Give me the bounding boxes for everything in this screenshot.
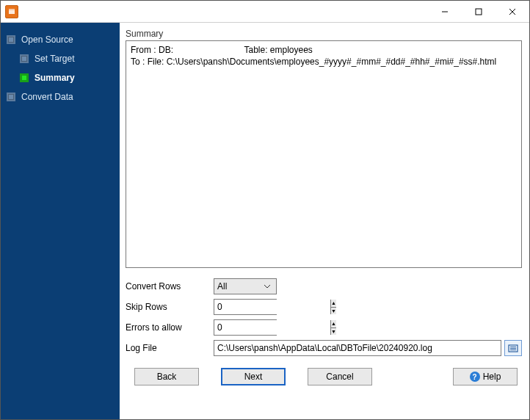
summary-table: Table: employees: [244, 45, 312, 55]
svg-rect-3: [476, 9, 482, 15]
wizard-buttons: Back Next Cancel ? Help: [126, 361, 522, 396]
svg-rect-1: [9, 9, 15, 10]
step-box-icon: [20, 73, 29, 82]
svg-rect-7: [510, 347, 516, 347]
titlebar: [1, 1, 529, 23]
skip-rows-label: Skip Rows: [126, 302, 214, 312]
wizard-sidebar: Open Source Set Target Summary Convert D…: [1, 23, 120, 419]
browse-logfile-button[interactable]: [504, 340, 522, 356]
step-label: Open Source: [21, 35, 73, 45]
chevron-down-icon: [261, 285, 273, 289]
cancel-button[interactable]: Cancel: [308, 368, 372, 385]
skip-rows-spinner[interactable]: ▲ ▼: [214, 299, 277, 315]
step-box-icon: [7, 93, 15, 101]
summary-textarea[interactable]: From : DB: Table: employees To : File: C…: [126, 40, 522, 268]
step-label: Convert Data: [21, 92, 73, 102]
step-summary[interactable]: Summary: [14, 68, 120, 87]
step-box-icon: [7, 35, 15, 44]
step-open-source[interactable]: Open Source: [1, 30, 120, 49]
back-button[interactable]: Back: [134, 368, 199, 385]
summary-to: To : File: C:\Users\pansh\Documents\empl…: [131, 57, 496, 67]
convert-rows-select[interactable]: All: [214, 278, 277, 294]
convert-rows-label: Convert Rows: [126, 281, 214, 292]
svg-rect-0: [9, 10, 15, 14]
step-label: Set Target: [35, 54, 74, 64]
folder-icon: [508, 344, 518, 352]
help-button[interactable]: ? Help: [453, 368, 518, 385]
skip-rows-input[interactable]: [214, 300, 330, 314]
minimize-button[interactable]: [428, 1, 462, 23]
help-icon: ?: [470, 372, 480, 382]
spin-up-icon[interactable]: ▲: [331, 300, 336, 308]
logfile-label: Log File: [126, 343, 214, 353]
svg-rect-9: [510, 350, 516, 350]
next-button[interactable]: Next: [221, 368, 286, 385]
spin-down-icon[interactable]: ▼: [331, 328, 336, 336]
app-icon: [5, 5, 18, 18]
options-form: Convert Rows All Skip Rows ▲ ▼: [126, 278, 522, 361]
logfile-input[interactable]: [214, 340, 501, 356]
maximize-button[interactable]: [462, 1, 495, 23]
summary-from: From : DB:: [131, 45, 173, 55]
errors-spinner[interactable]: ▲ ▼: [214, 319, 277, 336]
spin-up-icon[interactable]: ▲: [331, 320, 336, 328]
errors-input[interactable]: [214, 320, 330, 335]
summary-title: Summary: [126, 29, 522, 39]
step-set-target[interactable]: Set Target: [14, 49, 120, 68]
close-button[interactable]: [495, 1, 529, 23]
svg-rect-8: [510, 348, 516, 349]
step-box-icon: [20, 54, 29, 63]
step-convert-data[interactable]: Convert Data: [1, 87, 120, 106]
convert-rows-value: All: [217, 281, 227, 292]
errors-label: Errors to allow: [126, 322, 214, 333]
step-label: Summary: [35, 73, 75, 83]
app-window: Open Source Set Target Summary Convert D…: [0, 0, 530, 420]
spin-down-icon[interactable]: ▼: [331, 308, 336, 315]
main-panel: Summary From : DB: Table: employees To :…: [120, 23, 529, 419]
